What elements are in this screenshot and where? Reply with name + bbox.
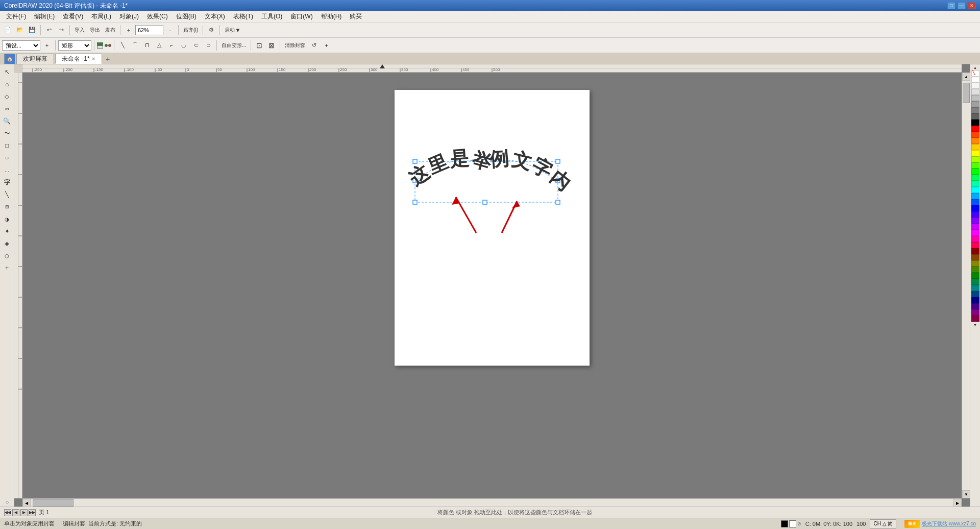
color-swatch-red[interactable] bbox=[971, 126, 979, 132]
color-swatch-magenta2[interactable] bbox=[971, 230, 979, 236]
page-next-btn[interactable]: ▶ bbox=[20, 509, 28, 516]
color-swatch-dark-magenta[interactable] bbox=[971, 309, 979, 316]
color-swatch-orange[interactable] bbox=[971, 138, 979, 144]
home-tool-btn[interactable]: ⌂ bbox=[2, 79, 13, 90]
free-transform-btn[interactable]: 自由变形... bbox=[219, 39, 248, 52]
extract-btn[interactable]: ⊃ bbox=[203, 39, 214, 52]
redo-btn[interactable]: ↪ bbox=[56, 24, 67, 36]
menu-buy[interactable]: 购买 bbox=[346, 11, 366, 22]
import-btn[interactable]: 导入 bbox=[72, 24, 87, 36]
color-swatch-dark-cyan[interactable] bbox=[971, 285, 979, 291]
menu-effects[interactable]: 效果(C) bbox=[143, 11, 172, 22]
scroll-right-arrow[interactable]: ▶ bbox=[953, 499, 962, 507]
scroll-thumb-right[interactable] bbox=[963, 83, 970, 103]
color-swatch-black[interactable] bbox=[971, 119, 979, 126]
color-swatch-magenta1[interactable] bbox=[971, 224, 979, 230]
smooth-node-btn[interactable]: ⌒ bbox=[129, 39, 140, 52]
fill-btn[interactable]: ◈ bbox=[2, 238, 13, 249]
poly-tool-btn[interactable]: … bbox=[2, 164, 13, 176]
sym-node-btn[interactable]: ⊓ bbox=[141, 39, 153, 52]
stroke-color-indicator[interactable] bbox=[789, 520, 796, 527]
mode1-btn[interactable]: ⊡ bbox=[254, 39, 265, 52]
crop-tool-btn[interactable]: ✂ bbox=[2, 103, 13, 114]
color-swatch-lightgray2[interactable] bbox=[971, 89, 979, 95]
color-swatch-lightgray1[interactable] bbox=[971, 83, 979, 89]
scroll-left-arrow[interactable]: ◀ bbox=[22, 499, 31, 507]
node-tool-btn[interactable]: ╲ bbox=[117, 39, 128, 52]
win-minimize-btn[interactable]: — bbox=[958, 2, 966, 9]
line-seg-btn[interactable]: ⌐ bbox=[166, 39, 177, 52]
undo-btn[interactable]: ↩ bbox=[43, 24, 55, 36]
zoom-tool-btn[interactable]: 🔍 bbox=[2, 115, 13, 127]
apply-btn[interactable]: ↺ bbox=[308, 39, 320, 52]
text-tool-btn[interactable]: 字 bbox=[2, 177, 13, 188]
color-swatch-orange-red[interactable] bbox=[971, 132, 979, 138]
export-btn[interactable]: 导出 bbox=[88, 24, 102, 36]
zoom-input[interactable] bbox=[135, 25, 163, 35]
color-swatch-yellow-green[interactable] bbox=[971, 156, 979, 162]
menu-tools[interactable]: 工具(O) bbox=[257, 11, 286, 22]
color-swatch-green2[interactable] bbox=[971, 169, 979, 175]
blend-tool-btn[interactable]: ⊞ bbox=[2, 201, 13, 212]
tab-document[interactable]: 未命名 -1* ✕ bbox=[55, 54, 102, 64]
snap-btn[interactable]: 贴齐(I) bbox=[181, 24, 200, 36]
tab-close-icon[interactable]: ✕ bbox=[91, 56, 95, 62]
plus-btn[interactable]: + bbox=[2, 262, 13, 274]
clear-envelope-btn[interactable]: 清除封套 bbox=[283, 39, 307, 52]
freehand-btn[interactable]: 〜 bbox=[2, 128, 13, 139]
color-swatch-gray2[interactable] bbox=[971, 101, 979, 107]
color-swatch-white[interactable] bbox=[971, 77, 979, 83]
color-swatch-sky-blue[interactable] bbox=[971, 193, 979, 199]
shape-edit-btn[interactable]: ◇ bbox=[2, 91, 13, 102]
close-curve-btn[interactable]: ⊂ bbox=[190, 39, 202, 52]
menu-window[interactable]: 窗口(W) bbox=[286, 11, 316, 22]
fill-color-indicator[interactable] bbox=[781, 520, 788, 527]
add-new-btn[interactable]: + bbox=[321, 39, 332, 52]
page-first-btn[interactable]: ◀◀ bbox=[4, 509, 11, 516]
add-preset-btn[interactable]: + bbox=[41, 39, 53, 52]
preset-select[interactable]: 预设... bbox=[2, 40, 40, 51]
menu-help[interactable]: 帮助(H) bbox=[317, 11, 346, 22]
zoom-in-btn[interactable]: + bbox=[123, 24, 134, 36]
color-swatch-green1[interactable] bbox=[971, 162, 979, 169]
menu-layout[interactable]: 布局(L) bbox=[87, 11, 115, 22]
no-fill-swatch[interactable]: ╲ bbox=[971, 70, 979, 77]
color-swatch-yellow-orange[interactable] bbox=[971, 144, 979, 150]
color-swatch-dark-blue2[interactable] bbox=[971, 297, 979, 303]
color-swatch-teal1[interactable] bbox=[971, 175, 979, 181]
start-btn[interactable]: 启动 ▼ bbox=[223, 24, 242, 36]
win-close-btn[interactable]: ✕ bbox=[968, 2, 976, 9]
add-tab-btn[interactable]: + bbox=[103, 55, 112, 64]
rect-tool-btn[interactable]: □ bbox=[2, 140, 13, 151]
color-swatch-cyan[interactable] bbox=[971, 187, 979, 193]
color-swatch-dark-blue1[interactable] bbox=[971, 291, 979, 297]
menu-bitmap[interactable]: 位图(B) bbox=[172, 11, 201, 22]
palette-scroll-up[interactable]: ▲ bbox=[971, 64, 979, 70]
save-btn[interactable]: 💾 bbox=[27, 24, 38, 36]
select-tool-btn[interactable]: ↖ bbox=[2, 66, 13, 78]
color-swatch-yellow[interactable] bbox=[971, 150, 979, 156]
color-swatch-darkgray[interactable] bbox=[971, 113, 979, 119]
open-btn[interactable]: 📂 bbox=[14, 24, 26, 36]
tab-welcome[interactable]: 欢迎屏幕 bbox=[16, 54, 54, 64]
tab-home[interactable]: 🏠 bbox=[4, 54, 15, 64]
color-swatch-dark-pink[interactable] bbox=[971, 316, 979, 322]
color-swatch-dark-teal[interactable] bbox=[971, 279, 979, 285]
shape-select[interactable]: 矩形 bbox=[58, 40, 91, 51]
menu-edit[interactable]: 编辑(E) bbox=[30, 11, 59, 22]
color-swatch-pink2[interactable] bbox=[971, 242, 979, 248]
curve-seg-btn[interactable]: ◡ bbox=[178, 39, 189, 52]
scroll-up-arrow[interactable]: ▲ bbox=[962, 73, 970, 81]
publish-btn[interactable]: 发布 bbox=[103, 24, 117, 36]
menu-text[interactable]: 文本(X) bbox=[201, 11, 229, 22]
palette-scroll-down[interactable]: ▼ bbox=[971, 322, 979, 328]
color-swatch-brown2[interactable] bbox=[971, 260, 979, 267]
color-swatch-dark-violet[interactable] bbox=[971, 303, 979, 309]
win-restore-btn[interactable]: □ bbox=[947, 2, 955, 9]
scrollbar-bottom[interactable]: ◀ ▶ bbox=[22, 498, 962, 507]
cusp-node-btn[interactable]: △ bbox=[154, 39, 165, 52]
color-swatch-gray3[interactable] bbox=[971, 107, 979, 113]
options-btn[interactable]: ⚙ bbox=[206, 24, 217, 36]
new-btn[interactable]: 📄 bbox=[2, 24, 13, 36]
color-swatch-blue1[interactable] bbox=[971, 199, 979, 205]
